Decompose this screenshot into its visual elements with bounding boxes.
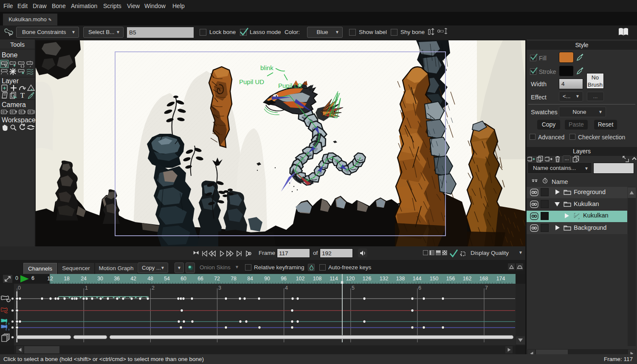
svg-text:2: 2 [152,285,155,291]
svg-text:132: 132 [380,276,389,282]
svg-text:156: 156 [446,276,455,282]
svg-text:Pupil LR: Pupil LR [278,82,302,89]
svg-text:48: 48 [147,276,153,282]
svg-text:7: 7 [485,285,488,291]
svg-text:Pupil UD: Pupil UD [239,78,264,85]
svg-text:78: 78 [231,276,237,282]
svg-text:108: 108 [313,276,322,282]
svg-text:blink: blink [260,64,273,71]
svg-text:12: 12 [47,276,53,282]
svg-text:120: 120 [346,276,355,282]
svg-text:150: 150 [430,276,439,282]
svg-text:1: 1 [85,285,88,291]
svg-text:T: T [20,92,25,99]
svg-text:60: 60 [180,276,186,282]
svg-text:66: 66 [197,276,203,282]
svg-text:72: 72 [214,276,220,282]
svg-text:4: 4 [285,285,288,291]
svg-text:5: 5 [352,285,355,291]
svg-text:84: 84 [247,276,253,282]
svg-text:138: 138 [396,276,405,282]
svg-text:3: 3 [218,285,221,291]
svg-text:174: 174 [496,276,505,282]
svg-text:114: 114 [330,276,338,282]
svg-text:102: 102 [296,276,305,282]
svg-text:6: 6 [418,285,421,291]
svg-text:126: 126 [363,276,372,282]
svg-text:18: 18 [64,276,70,282]
svg-text:24: 24 [81,276,87,282]
svg-text:168: 168 [479,276,488,282]
svg-text:0: 0 [18,285,21,291]
svg-text:42: 42 [130,276,136,282]
svg-text:30: 30 [97,276,103,282]
svg-text:144: 144 [413,276,422,282]
svg-text:162: 162 [463,276,472,282]
svg-text:96: 96 [281,276,287,282]
svg-text:54: 54 [164,276,170,282]
svg-text:90: 90 [264,276,270,282]
svg-text:36: 36 [114,276,120,282]
